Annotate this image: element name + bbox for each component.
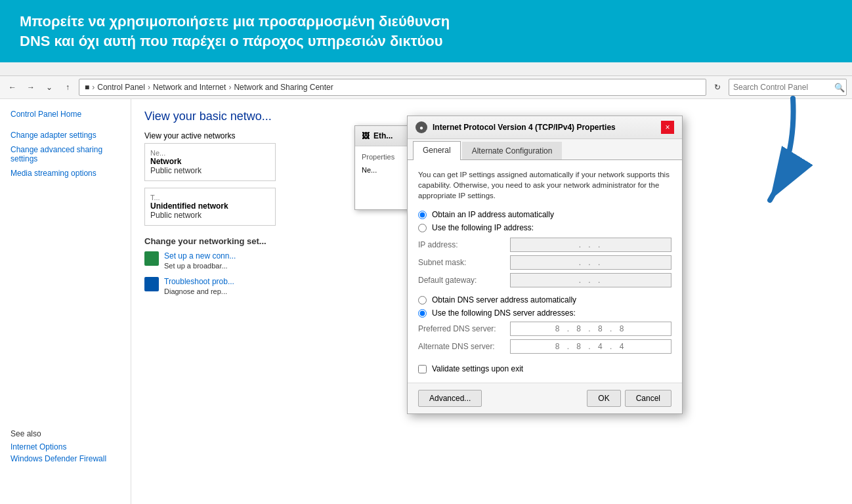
dns-fields: Preferred DNS server: 8 . 8 . 8 . 8 Alte…	[418, 322, 671, 354]
ip-address-label: IP address:	[418, 240, 510, 249]
gateway-input[interactable]: . . .	[510, 273, 671, 287]
radio-obtain-dns-label: Obtain DNS server address automatically	[432, 295, 576, 304]
radio-use-ip-input[interactable]	[418, 224, 427, 232]
breadcrumb-network-sharing[interactable]: Network and Sharing Center	[234, 83, 333, 92]
network2-card: T... Unidentified network Public network	[144, 188, 276, 226]
radio-obtain-dns: Obtain DNS server address automatically	[418, 295, 671, 304]
network1-name: Network	[150, 157, 270, 166]
subnet-mask-input[interactable]: . . .	[510, 255, 671, 270]
explorer-window: ← → ⌄ ↑ ■ › Control Panel › Network and …	[0, 75, 852, 504]
main-area: Control Panel Home Change adapter settin…	[0, 99, 852, 504]
validate-label: Validate settings upon exit	[432, 364, 523, 373]
search-input[interactable]	[733, 83, 832, 92]
preferred-dns-label: Preferred DNS server:	[418, 324, 510, 333]
sidebar-item-change-adapter[interactable]: Change adapter settings	[0, 128, 131, 142]
ok-button[interactable]: OK	[587, 390, 620, 407]
radio-use-ip: Use the following IP address:	[418, 223, 671, 232]
alternate-dns-row: Alternate DNS server: 8 . 8 . 4 . 4	[418, 339, 671, 354]
alternate-dns-label: Alternate DNS server:	[418, 342, 510, 351]
cancel-button[interactable]: Cancel	[625, 390, 671, 407]
validate-checkbox[interactable]	[418, 365, 427, 373]
forward-button[interactable]: →	[24, 80, 38, 94]
ethernet-icon: 🖼	[362, 131, 370, 140]
search-icon: 🔍	[834, 83, 845, 93]
dialog-title: Internet Protocol Version 4 (TCP/IPv4) P…	[433, 123, 616, 132]
network1-type: Public network	[150, 166, 270, 175]
network2-name: Unidentified network	[150, 201, 270, 211]
content-panel: View your basic netwo... View your activ…	[131, 99, 852, 504]
preferred-dns-input[interactable]: 8 . 8 . 8 . 8	[510, 322, 671, 336]
sidebar-item-change-advanced[interactable]: Change advanced sharing settings	[0, 142, 131, 166]
ipv4-dialog: ● Internet Protocol Version 4 (TCP/IPv4)…	[407, 116, 683, 414]
breadcrumb-network-internet[interactable]: Network and Internet	[153, 83, 226, 92]
breadcrumb[interactable]: ■ › Control Panel › Network and Internet…	[79, 79, 706, 96]
recent-button[interactable]: ⌄	[42, 80, 56, 94]
troubleshoot-link[interactable]: Troubleshoot prob...	[164, 277, 234, 286]
validate-row: Validate settings upon exit	[418, 364, 671, 373]
sidebar-internet-options[interactable]: Internet Options	[11, 441, 121, 453]
tab-alternate[interactable]: Alternate Configuration	[462, 142, 563, 159]
up-button[interactable]: ↑	[60, 80, 75, 94]
radio-use-dns: Use the following DNS server addresses:	[418, 308, 671, 318]
setup-icon	[144, 251, 159, 266]
subnet-mask-label: Subnet mask:	[418, 258, 510, 267]
sidebar: Control Panel Home Change adapter settin…	[0, 99, 131, 504]
dialog-body: You can get IP settings assigned automat…	[408, 160, 682, 383]
banner-text: Μπορείτε να χρησιμοποιήσετε μια προσαρμο…	[20, 12, 832, 51]
ip-radio-group: Obtain an IP address automatically Use t…	[418, 210, 671, 232]
radio-obtain-ip-input[interactable]	[418, 211, 427, 219]
sidebar-item-media-streaming[interactable]: Media streaming options	[0, 166, 131, 180]
sidebar-windows-firewall[interactable]: Windows Defender Firewall	[11, 453, 121, 465]
radio-obtain-ip: Obtain an IP address automatically	[418, 210, 671, 219]
troubleshoot-sub: Diagnose and rep...	[164, 287, 227, 295]
radio-use-dns-input[interactable]	[418, 309, 427, 318]
sidebar-item-control-panel-home[interactable]: Control Panel Home	[0, 107, 131, 121]
radio-obtain-ip-label: Obtain an IP address automatically	[432, 210, 554, 219]
refresh-button[interactable]: ↻	[710, 80, 725, 94]
radio-use-dns-label: Use the following DNS server addresses:	[432, 308, 576, 318]
radio-use-ip-label: Use the following IP address:	[432, 223, 534, 232]
address-bar: ← → ⌄ ↑ ■ › Control Panel › Network and …	[0, 76, 852, 99]
tab-general[interactable]: General	[413, 141, 461, 160]
radio-obtain-dns-input[interactable]	[418, 296, 427, 304]
troubleshoot-icon	[144, 277, 159, 291]
alternate-dns-input[interactable]: 8 . 8 . 4 . 4	[510, 339, 671, 354]
change-item-2-text: Troubleshoot prob... Diagnose and rep...	[164, 277, 234, 296]
ip-fields: IP address: . . . Subnet mask: . . . Def…	[418, 238, 671, 287]
dialog-title-bar: ● Internet Protocol Version 4 (TCP/IPv4)…	[408, 116, 682, 139]
setup-link[interactable]: Set up a new conn...	[164, 251, 236, 261]
network1-card: Ne... Network Public network	[144, 143, 276, 181]
ip-address-input[interactable]: . . .	[510, 238, 671, 252]
network1-col-label: Ne...	[150, 149, 270, 157]
see-also-label: See also	[11, 429, 121, 438]
network2-col-label: T...	[150, 194, 270, 201]
subnet-mask-row: Subnet mask: . . .	[418, 255, 671, 270]
ip-address-row: IP address: . . .	[418, 238, 671, 252]
footer-buttons: OK Cancel	[583, 390, 671, 407]
dialog-close-btn[interactable]: ×	[661, 121, 674, 134]
breadcrumb-control-panel[interactable]: Control Panel	[97, 83, 145, 92]
dns-section: Obtain DNS server address automatically …	[418, 295, 671, 318]
dialog-desc: You can get IP settings assigned automat…	[418, 169, 671, 201]
network2-type: Public network	[150, 211, 270, 220]
dialog-tabs: General Alternate Configuration	[408, 139, 682, 160]
gateway-label: Default gateway:	[418, 276, 510, 285]
preferred-dns-row: Preferred DNS server: 8 . 8 . 8 . 8	[418, 322, 671, 336]
search-bar[interactable]: 🔍	[729, 79, 847, 96]
dialog-footer: Advanced... OK Cancel	[408, 383, 682, 413]
ethernet-title: Eth...	[373, 131, 393, 140]
gateway-row: Default gateway: . . .	[418, 273, 671, 287]
dialog-icon: ●	[415, 121, 427, 133]
breadcrumb-icon: ■	[85, 83, 89, 92]
banner: Μπορείτε να χρησιμοποιήσετε μια προσαρμο…	[0, 0, 852, 62]
back-button[interactable]: ←	[5, 80, 20, 94]
setup-sub: Set up a broadbar...	[164, 262, 228, 270]
advanced-button[interactable]: Advanced...	[418, 390, 482, 407]
change-item-1-text: Set up a new conn... Set up a broadbar..…	[164, 251, 236, 270]
